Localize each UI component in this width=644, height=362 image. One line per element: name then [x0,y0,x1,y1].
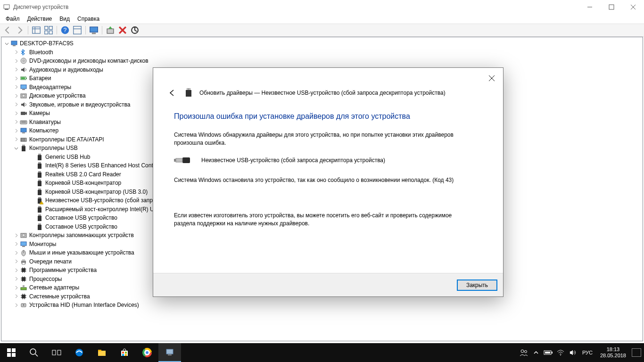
minimize-button[interactable] [579,0,601,14]
volume-icon[interactable] [568,348,578,357]
tree-label: Составное USB устройство [45,214,117,222]
tree-category[interactable]: Bluetooth [2,48,642,57]
menu-view[interactable]: Вид [56,15,74,23]
svg-rect-12 [49,31,52,34]
help-button[interactable]: ? [59,25,71,35]
expand-icon[interactable] [13,284,20,291]
people-icon[interactable] [519,348,528,357]
expand-icon[interactable] [13,58,20,65]
menu-help[interactable]: Справка [74,15,103,23]
svg-rect-74 [22,263,25,264]
expand-icon[interactable] [13,83,20,90]
collapse-icon[interactable] [13,145,20,152]
chrome-icon[interactable] [136,343,158,362]
dialog-back-button[interactable] [166,87,178,99]
device-manager-taskbar-icon[interactable] [158,343,181,362]
expand-icon[interactable] [13,110,20,117]
svg-rect-73 [22,259,25,261]
tree-category[interactable]: Устройства HID (Human Interface Devices) [2,301,642,310]
search-button[interactable] [23,343,45,362]
update-driver-button[interactable] [129,25,140,35]
clock[interactable]: 18:13 28.05.2018 [597,346,629,359]
device-icon [36,223,43,230]
toolbar-sep [85,26,86,34]
file-explorer-icon[interactable] [91,343,113,362]
svg-rect-117 [7,353,11,357]
expand-icon[interactable] [13,232,20,239]
expand-icon[interactable] [13,66,20,73]
menu-file[interactable]: Файл [2,15,24,23]
svg-rect-143 [545,352,550,354]
collapse-icon[interactable] [3,40,10,47]
properties-button[interactable] [72,25,83,35]
tree-label: Realtek USB 2.0 Card Reader [45,170,121,179]
expand-icon[interactable] [13,249,20,256]
expand-icon[interactable] [13,302,20,309]
tree-label: Корневой USB-концентратор (USB 3.0) [45,188,148,197]
tray-chevron-up-icon[interactable] [531,348,541,357]
back-button[interactable] [2,25,13,35]
action-center-icon[interactable] [632,348,641,357]
date-label: 28.05.2018 [600,353,626,359]
dialog-close-button[interactable] [485,72,498,85]
tree-label: Неизвестное USB-устройство (сбой запрос [45,196,159,205]
expand-icon[interactable] [13,92,20,99]
expand-icon[interactable] [13,118,20,125]
expand-icon[interactable] [13,240,20,247]
device-icon [20,231,27,239]
svg-rect-15 [74,26,82,34]
tree-label: Видеоадаптеры [29,83,71,92]
store-icon[interactable] [113,343,136,362]
monitor-button[interactable] [88,25,99,35]
device-icon [36,162,43,169]
tree-label: Аудиовходы и аудиовыходы [29,66,103,74]
tree-label: Bluetooth [29,48,53,57]
svg-rect-49 [38,164,41,169]
scan-hardware-button[interactable] [105,25,116,35]
toolbar-sep [28,26,28,34]
wifi-icon[interactable] [556,348,565,357]
svg-rect-116 [12,348,16,352]
tree-category[interactable]: DVD-дисководы и дисководы компакт-дисков [2,57,642,66]
close-button[interactable] [622,0,644,14]
tree-label: DESKTOP-B7FAC9S [20,39,74,48]
svg-rect-61 [38,207,41,213]
svg-rect-125 [98,350,101,351]
expand-icon[interactable] [13,75,20,82]
tree-label: Контроллеры USB [29,144,78,153]
expand-icon[interactable] [13,293,20,300]
view-details-button[interactable] [31,25,42,35]
expand-icon[interactable] [13,267,20,274]
edge-icon[interactable] [68,343,91,362]
task-view-button[interactable] [45,343,68,362]
svg-rect-39 [22,132,25,133]
svg-rect-50 [38,171,41,173]
expand-icon[interactable] [13,49,20,56]
svg-rect-138 [168,354,172,355]
svg-rect-54 [38,189,41,190]
dialog-close-action-button[interactable]: Закрыть [457,280,497,291]
maximize-button[interactable] [601,0,622,14]
view-tiles-button[interactable] [43,25,54,35]
svg-rect-18 [92,33,96,34]
tree-label: Устройства HID (Human Interface Devices) [29,301,139,310]
svg-rect-1 [5,9,8,10]
forward-button[interactable] [14,25,25,35]
device-icon [20,83,27,91]
uninstall-button[interactable] [117,25,128,35]
expand-icon[interactable] [13,136,20,143]
expand-icon[interactable] [13,275,20,282]
svg-rect-111 [189,89,190,90]
menu-action[interactable]: Действие [24,15,56,23]
expand-icon[interactable] [13,127,20,134]
tree-root[interactable]: DESKTOP-B7FAC9S [2,39,642,48]
language-indicator[interactable]: РУС [580,350,594,355]
svg-rect-75 [22,268,25,272]
titlebar: Диспетчер устройств [0,0,644,14]
battery-icon[interactable] [544,348,553,357]
svg-rect-30 [21,85,26,89]
expand-icon[interactable] [13,258,20,265]
start-button[interactable] [0,343,23,362]
svg-point-144 [560,354,561,355]
expand-icon[interactable] [13,101,20,108]
